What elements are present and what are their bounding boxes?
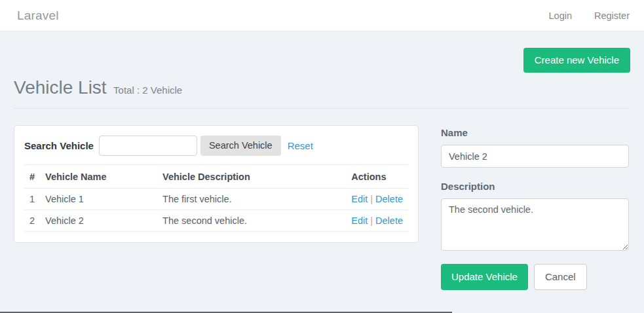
row-vehicle-name: Vehicle 1 <box>40 189 157 210</box>
table-row: 1 Vehicle 1 The first vehicle. Edit|Dele… <box>24 189 408 210</box>
header-vehicle-name: Vehicle Name <box>40 165 157 189</box>
brand-link[interactable]: Laravel <box>17 9 59 23</box>
header-actions: Actions <box>346 165 408 189</box>
cancel-button[interactable]: Cancel <box>534 264 587 290</box>
table-header-row: # Vehicle Name Vehicle Description Actio… <box>24 165 408 189</box>
navbar: Laravel Login Register <box>0 0 644 31</box>
vehicle-table: # Vehicle Name Vehicle Description Actio… <box>24 164 408 232</box>
search-input[interactable] <box>99 136 197 156</box>
name-label: Name <box>441 127 629 138</box>
vehicle-list-card: Search Vehicle Search Vehicle Reset # Ve… <box>14 125 419 243</box>
update-vehicle-button[interactable]: Update Vehicle <box>441 264 528 290</box>
heading-row: Vehicle List Total : 2 Vehicle <box>14 77 630 98</box>
row-num: 2 <box>24 210 40 232</box>
header-num: # <box>24 165 40 189</box>
row-num: 1 <box>24 189 40 210</box>
search-button[interactable]: Search Vehicle <box>200 136 281 156</box>
edit-vehicle-form: Name Description Update Vehicle Cancel <box>441 125 629 290</box>
description-field[interactable] <box>441 198 629 251</box>
row-actions: Edit|Delete <box>346 189 408 210</box>
heading-divider <box>14 108 630 109</box>
page-title: Vehicle List <box>14 77 107 98</box>
edit-link[interactable]: Edit <box>351 194 368 204</box>
form-buttons: Update Vehicle Cancel <box>441 264 629 290</box>
name-field[interactable] <box>441 145 629 168</box>
edit-link[interactable]: Edit <box>351 215 368 226</box>
delete-link[interactable]: Delete <box>375 215 403 226</box>
delete-link[interactable]: Delete <box>375 194 403 204</box>
table-row: 2 Vehicle 2 The second vehicle. Edit|Del… <box>24 210 408 232</box>
action-separator: | <box>370 215 373 226</box>
main-content: Create new Vehicle Vehicle List Total : … <box>0 48 644 290</box>
page-subtitle: Total : 2 Vehicle <box>113 84 182 96</box>
create-vehicle-button[interactable]: Create new Vehicle <box>523 48 630 73</box>
search-row: Search Vehicle Search Vehicle Reset <box>24 136 408 156</box>
description-label: Description <box>441 181 629 192</box>
action-separator: | <box>370 194 373 204</box>
row-actions: Edit|Delete <box>346 210 408 232</box>
top-actions: Create new Vehicle <box>14 48 630 73</box>
row-vehicle-description: The first vehicle. <box>157 189 346 210</box>
register-link[interactable]: Register <box>594 10 630 21</box>
row-vehicle-name: Vehicle 2 <box>40 210 157 232</box>
row-vehicle-description: The second vehicle. <box>157 210 346 232</box>
login-link[interactable]: Login <box>549 10 572 21</box>
search-label: Search Vehicle <box>24 140 94 151</box>
reset-link[interactable]: Reset <box>288 140 313 151</box>
header-vehicle-description: Vehicle Description <box>157 165 346 189</box>
navbar-links: Login Register <box>549 10 630 21</box>
